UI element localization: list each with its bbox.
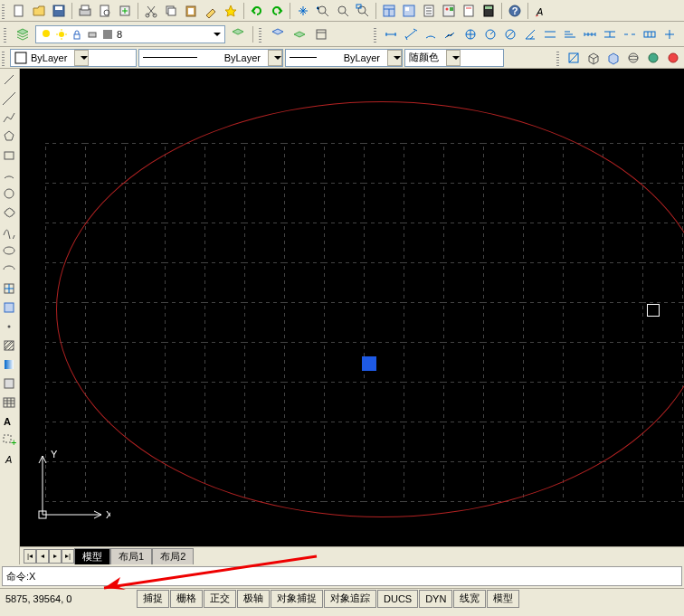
text-style-icon[interactable]: A	[532, 2, 550, 20]
snap-toggle[interactable]: 捕捉	[137, 590, 169, 608]
properties-icon[interactable]	[380, 2, 398, 20]
match-icon[interactable]	[202, 2, 220, 20]
markup-icon[interactable]	[460, 2, 478, 20]
polygon-icon[interactable]	[0, 128, 18, 146]
redo-icon[interactable]	[268, 2, 286, 20]
tab-next-icon[interactable]: ▸	[49, 549, 62, 564]
point-icon[interactable]	[0, 317, 18, 336]
dim-jog-icon[interactable]	[442, 25, 460, 43]
dim-continue-icon[interactable]	[581, 25, 599, 43]
lineweight-dropdown[interactable]: ByLayer	[285, 49, 403, 67]
view-globe-icon[interactable]	[644, 49, 662, 67]
dim-break-icon[interactable]	[621, 25, 639, 43]
command-line[interactable]: 命令: X	[2, 566, 682, 586]
save-icon[interactable]	[50, 2, 68, 20]
dyn-toggle[interactable]: DYN	[419, 590, 452, 608]
spline-icon[interactable]	[0, 223, 18, 241]
dim-aligned-icon[interactable]	[402, 25, 420, 43]
linetype-dropdown[interactable]: ByLayer	[138, 49, 283, 67]
ellipse-tool-icon[interactable]	[0, 242, 18, 260]
grip-handle[interactable]	[259, 26, 261, 43]
tab-layout2[interactable]: 布局2	[152, 548, 194, 564]
otrack-toggle[interactable]: 对象追踪	[324, 590, 376, 608]
layer-state-icon[interactable]	[269, 25, 287, 43]
tab-model[interactable]: 模型	[74, 548, 110, 564]
plot-icon[interactable]	[76, 2, 94, 20]
color-dropdown[interactable]: ByLayer	[10, 49, 137, 67]
tab-last-icon[interactable]: ▸|	[62, 549, 74, 564]
osnap-toggle[interactable]: 对象捕捉	[271, 590, 323, 608]
view-3d-icon[interactable]	[604, 49, 622, 67]
a-text-icon[interactable]: A	[0, 450, 18, 469]
ducs-toggle[interactable]: DUCS	[377, 590, 418, 608]
gradient-icon[interactable]	[0, 355, 18, 374]
layer-manager-icon[interactable]	[14, 25, 32, 43]
model-toggle[interactable]: 模型	[487, 590, 519, 608]
grip-handle[interactable]	[4, 26, 6, 43]
drawing-viewport[interactable]: Y X |◂ ◂ ▸ ▸| 模型 布局1 布局2	[20, 69, 684, 564]
polar-toggle[interactable]: 极轴	[237, 590, 270, 608]
zoom-prev-icon[interactable]	[314, 2, 332, 20]
help-icon[interactable]: ?	[506, 2, 524, 20]
calc-icon[interactable]	[480, 2, 498, 20]
table-icon[interactable]	[0, 393, 18, 412]
dim-radius-icon[interactable]	[481, 25, 499, 43]
preview-icon[interactable]	[96, 2, 114, 20]
dim-ordinate-icon[interactable]	[461, 25, 480, 43]
dim-angular-icon[interactable]	[521, 25, 539, 43]
zoom-win-icon[interactable]	[354, 2, 372, 20]
pan-icon[interactable]	[294, 2, 312, 20]
dim-linear-icon[interactable]	[382, 25, 400, 43]
tab-prev-icon[interactable]: ◂	[36, 549, 49, 564]
region-icon[interactable]	[0, 374, 18, 393]
new-icon[interactable]	[10, 2, 28, 20]
ortho-toggle[interactable]: 正交	[204, 590, 236, 608]
pline-icon[interactable]	[0, 109, 18, 127]
tab-layout1[interactable]: 布局1	[110, 548, 152, 564]
layer-dropdown[interactable]: 8	[35, 25, 225, 43]
insert-icon[interactable]	[0, 280, 18, 298]
undo-icon[interactable]	[248, 2, 266, 20]
selection-grip[interactable]	[362, 356, 376, 371]
view-2d-icon[interactable]	[565, 49, 583, 67]
view-render-icon[interactable]	[664, 49, 682, 67]
dim-arc-icon[interactable]	[422, 25, 440, 43]
tool-icon[interactable]	[440, 2, 458, 20]
sheet-icon[interactable]	[420, 2, 438, 20]
dim-quick-icon[interactable]	[541, 25, 559, 43]
xline-icon[interactable]	[0, 90, 18, 108]
open-icon[interactable]	[30, 2, 48, 20]
hatch-icon[interactable]	[0, 336, 18, 355]
addsel-icon[interactable]: +	[0, 431, 18, 450]
view-sphere-icon[interactable]	[624, 49, 642, 67]
block-icon[interactable]	[0, 299, 18, 317]
cut-icon[interactable]	[142, 2, 160, 20]
publish-icon[interactable]	[116, 2, 134, 20]
zoom-icon[interactable]	[334, 2, 352, 20]
ellipse-entity[interactable]	[56, 101, 684, 517]
dim-tol-icon[interactable]	[641, 25, 659, 43]
dim-diameter-icon[interactable]	[501, 25, 519, 43]
grip-handle[interactable]	[2, 50, 5, 66]
paste-icon[interactable]	[182, 2, 200, 20]
action-icon[interactable]	[222, 2, 240, 20]
ellarc-icon[interactable]	[0, 261, 18, 279]
revcloud-icon[interactable]	[0, 204, 18, 222]
lwt-toggle[interactable]: 线宽	[453, 590, 486, 608]
layer-iso-icon[interactable]	[290, 25, 309, 43]
grip-handle[interactable]	[374, 26, 376, 43]
dim-space-icon[interactable]	[601, 25, 619, 43]
circle-icon[interactable]	[0, 185, 18, 203]
grip-handle[interactable]	[2, 3, 5, 19]
arc-icon[interactable]	[0, 166, 18, 184]
rect-icon[interactable]	[0, 147, 18, 165]
copy-icon[interactable]	[162, 2, 180, 20]
grip-handle[interactable]	[556, 50, 559, 66]
mtext-icon[interactable]: A	[0, 412, 18, 431]
plotstyle-dropdown[interactable]: 随颜色	[404, 49, 504, 67]
dim-baseline-icon[interactable]	[561, 25, 579, 43]
tab-first-icon[interactable]: |◂	[24, 549, 36, 564]
layer-filter-icon[interactable]	[312, 25, 330, 43]
grid-toggle[interactable]: 栅格	[170, 590, 203, 608]
layer-prev-icon[interactable]	[229, 25, 247, 43]
